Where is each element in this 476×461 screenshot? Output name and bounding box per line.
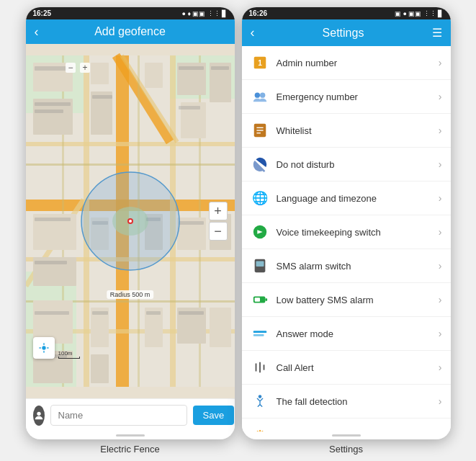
svg-rect-43 (35, 109, 63, 113)
sms-alarm-icon (251, 256, 269, 275)
user-avatar (33, 406, 45, 426)
avatar-icon (33, 410, 45, 421)
language-timezone-label: Language and timezone (277, 193, 439, 204)
voice-timekeeping-icon (251, 223, 269, 241)
svg-rect-21 (91, 63, 109, 84)
settings-item-fall-detection[interactable]: The fall detection› (242, 385, 451, 419)
voice-timekeeping-arrow: › (439, 226, 442, 238)
settings-item-answer-mode[interactable]: Answer mode› (242, 317, 451, 351)
settings-item-whitelist[interactable]: Whitelist› (242, 114, 451, 148)
zoom-controls: + − (209, 202, 228, 241)
do-not-disturb-icon (251, 155, 269, 174)
fall-detection-icon (251, 392, 269, 411)
svg-rect-42 (35, 102, 71, 106)
radius-label: Radius 500 m (107, 290, 154, 299)
settings-item-voice-timekeeping[interactable]: Voice timekeeping switch› (242, 215, 451, 249)
settings-item-call-alert[interactable]: Call Alert› (242, 351, 451, 385)
emergency-number-icon (251, 87, 269, 106)
svg-rect-56 (146, 311, 161, 315)
svg-rect-39 (210, 308, 231, 347)
status-icons-right: ▣ ● ▣▣ ⋮⋮ ▊ (395, 10, 443, 17)
save-button[interactable]: Save (193, 406, 235, 425)
svg-rect-23 (145, 63, 163, 88)
location-button[interactable] (33, 337, 55, 359)
svg-rect-85 (253, 331, 266, 333)
answer-mode-arrow: › (439, 328, 442, 339)
right-phone: 16:26 ▣ ● ▣▣ ⋮⋮ ▊ ‹ Settings ☰ 1Admin nu… (242, 7, 451, 439)
right-caption: Settings (329, 444, 363, 455)
fall-detection-label: The fall detection (277, 396, 439, 407)
svg-rect-48 (35, 218, 71, 221)
sensitivity-level-label: Sensitivity level (277, 430, 439, 432)
menu-icon[interactable]: ☰ (432, 26, 442, 40)
svg-rect-81 (256, 261, 264, 267)
admin-number-label: Admin number (277, 58, 439, 68)
status-icons-left: ● ♦ ▣▣ ⋮⋮ ▊ (181, 10, 227, 17)
settings-header: ‹ Settings ☰ (242, 19, 451, 46)
svg-point-60 (129, 220, 132, 223)
settings-item-language-timezone[interactable]: 🌐Language and timezone› (242, 182, 451, 215)
sms-alarm-arrow: › (439, 260, 442, 272)
svg-rect-45 (179, 66, 204, 70)
do-not-disturb-arrow: › (439, 158, 442, 170)
svg-rect-41 (35, 66, 67, 71)
left-caption: Electric Fence (100, 444, 159, 455)
voice-timekeeping-label: Voice timekeeping switch (277, 227, 439, 238)
header-icons: ☰ (432, 26, 442, 40)
svg-point-65 (42, 346, 45, 349)
svg-rect-57 (179, 311, 204, 315)
zoom-out-button[interactable]: − (209, 222, 228, 241)
svg-rect-49 (35, 261, 67, 264)
left-phone: 16:25 ● ♦ ▣▣ ⋮⋮ ▊ ‹ Add geofence (26, 7, 235, 439)
settings-item-emergency-number[interactable]: Emergency number› (242, 80, 451, 114)
sensitivity-level-icon: ⚙ (251, 426, 269, 431)
settings-item-sensitivity-level[interactable]: ⚙Sensitivity level› (242, 419, 451, 431)
admin-number-icon: 1 (251, 53, 269, 72)
svg-point-70 (37, 411, 40, 415)
time-left: 16:25 (33, 9, 52, 17)
settings-item-do-not-disturb[interactable]: Do not disturb› (242, 148, 451, 182)
status-bar-right: 16:26 ▣ ● ▣▣ ⋮⋮ ▊ (242, 7, 451, 19)
answer-mode-label: Answer mode (277, 328, 439, 339)
settings-item-admin-number[interactable]: 1Admin number› (242, 46, 451, 80)
left-header: ‹ Add geofence (26, 19, 235, 44)
emergency-number-arrow: › (439, 91, 442, 102)
svg-rect-8 (26, 142, 235, 146)
svg-rect-52 (179, 221, 204, 225)
whitelist-icon (251, 121, 269, 140)
svg-rect-84 (254, 297, 259, 302)
low-battery-sms-arrow: › (439, 294, 442, 305)
svg-rect-53 (35, 311, 69, 315)
settings-item-sms-alarm[interactable]: SMS alarm switch› (242, 249, 451, 283)
language-timezone-arrow: › (439, 192, 442, 204)
map-container[interactable]: − + Radius 500 m + − (26, 44, 235, 398)
do-not-disturb-label: Do not disturb (277, 159, 439, 170)
settings-title: Settings (323, 27, 364, 40)
svg-rect-14 (26, 164, 235, 166)
svg-point-73 (254, 93, 259, 98)
scroll-indicator-left (116, 434, 145, 437)
name-input[interactable] (50, 405, 187, 426)
svg-point-74 (260, 93, 265, 98)
time-right: 16:26 (249, 9, 268, 17)
sensitivity-level-arrow: › (439, 429, 442, 431)
scroll-indicator-right (332, 434, 361, 437)
language-timezone-icon: 🌐 (251, 189, 269, 207)
back-button-right[interactable]: ‹ (251, 25, 255, 40)
bottom-bar: Save (26, 398, 235, 431)
svg-rect-44 (92, 95, 112, 99)
settings-item-low-battery-sms[interactable]: Low battery SMS alarm› (242, 283, 451, 317)
settings-list: 1Admin number›Emergency number›Whitelist… (242, 46, 451, 431)
location-icon (38, 342, 50, 354)
left-header-title: Add geofence (94, 25, 166, 38)
svg-rect-46 (179, 106, 200, 109)
map-background: − + (26, 44, 235, 398)
zoom-in-button[interactable]: + (209, 202, 228, 220)
low-battery-sms-label: Low battery SMS alarm (277, 295, 439, 305)
call-alert-icon (251, 358, 269, 377)
svg-rect-36 (91, 354, 109, 383)
svg-text:+: + (82, 63, 87, 73)
back-button-left[interactable]: ‹ (35, 24, 39, 40)
svg-rect-86 (253, 334, 264, 336)
svg-text:−: − (68, 63, 73, 73)
